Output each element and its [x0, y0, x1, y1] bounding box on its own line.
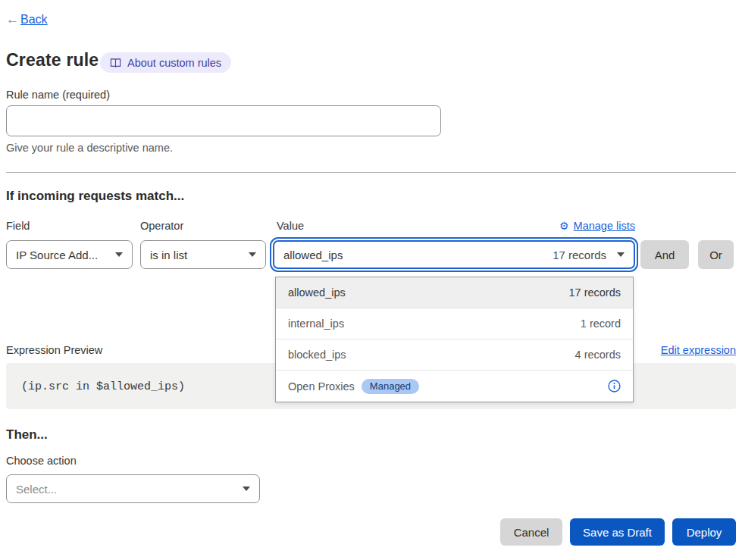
deploy-button[interactable]: Deploy: [672, 518, 736, 546]
manage-lists[interactable]: ⚙ Manage lists: [559, 220, 635, 232]
list-option-record-count: 17 records: [568, 286, 621, 299]
back-arrow-icon: ←: [6, 12, 19, 27]
list-option-name: internal_ips: [288, 318, 344, 330]
about-custom-rules-label: About custom rules: [127, 57, 221, 69]
list-option-allowed-ips[interactable]: allowed_ips 17 records: [276, 277, 633, 308]
managed-badge: Managed: [362, 379, 419, 394]
rule-name-input[interactable]: [6, 105, 441, 136]
edit-expression-link[interactable]: Edit expression: [661, 344, 736, 356]
operator-select[interactable]: is in list: [140, 240, 266, 269]
list-option-name: allowed_ips: [288, 286, 346, 299]
expression-code: (ip.src in $allowed_ips): [21, 380, 185, 393]
save-as-draft-button[interactable]: Save as Draft: [570, 518, 665, 546]
value-select[interactable]: allowed_ips 17 records: [273, 240, 635, 269]
field-label: Field: [6, 220, 30, 232]
field-select-value: IP Source Add...: [16, 249, 98, 261]
value-label: Value: [277, 220, 304, 232]
back-nav[interactable]: ← Back: [6, 12, 48, 27]
rule-name-label: Rule name (required): [6, 89, 110, 101]
action-select-placeholder: Select...: [16, 483, 57, 496]
operator-select-value: is in list: [150, 249, 187, 261]
page-title: Create rule: [6, 50, 99, 70]
list-option-record-count: 1 record: [581, 318, 621, 330]
match-section-heading: If incoming requests match...: [6, 189, 184, 204]
book-icon: [110, 58, 121, 68]
value-select-record-count: 17 records: [553, 249, 606, 261]
list-option-name: blocked_ips: [288, 349, 346, 361]
cancel-button[interactable]: Cancel: [500, 518, 562, 546]
then-section-heading: Then...: [6, 427, 48, 443]
gear-icon: ⚙: [559, 220, 569, 232]
info-icon[interactable]: [608, 380, 621, 393]
list-option-record-count: 4 records: [575, 349, 621, 361]
value-select-name: allowed_ips: [283, 249, 343, 261]
list-option-internal-ips[interactable]: internal_ips 1 record: [276, 308, 633, 339]
back-link[interactable]: Back: [20, 13, 48, 27]
field-select[interactable]: IP Source Add...: [6, 240, 133, 269]
list-dropdown-panel: allowed_ips 17 records internal_ips 1 re…: [275, 277, 634, 402]
chevron-down-icon: [115, 252, 123, 257]
action-select[interactable]: Select...: [6, 474, 260, 503]
expression-preview-label: Expression Preview: [6, 344, 102, 356]
chevron-down-icon: [249, 252, 256, 257]
chevron-down-icon: [243, 486, 250, 491]
chevron-down-icon: [617, 252, 625, 257]
create-rule-page: ← Back Create rule About custom rules Ru…: [0, 0, 742, 560]
manage-lists-link[interactable]: Manage lists: [574, 220, 635, 232]
list-option-blocked-ips[interactable]: blocked_ips 4 records: [276, 339, 633, 371]
list-option-name: Open Proxies: [288, 380, 355, 393]
and-button[interactable]: And: [640, 240, 689, 269]
rule-name-helper: Give your rule a descriptive name.: [6, 142, 173, 154]
operator-label: Operator: [140, 220, 183, 232]
section-divider: [6, 172, 736, 173]
about-custom-rules-link[interactable]: About custom rules: [100, 52, 231, 73]
list-option-open-proxies[interactable]: Open Proxies Managed: [276, 371, 633, 402]
choose-action-label: Choose action: [6, 455, 77, 467]
or-button[interactable]: Or: [698, 240, 734, 269]
